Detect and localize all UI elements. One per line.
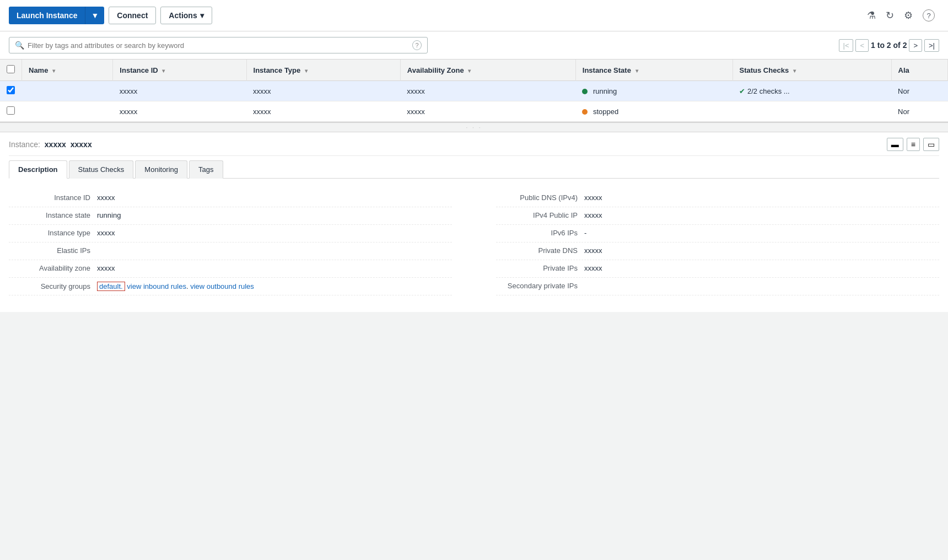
row-instance-id-1: xxxxx (113, 101, 246, 122)
detail-panel: Instance: xxxxx xxxxx ▬ ≡ ▭ Description … (0, 132, 948, 312)
gear-icon[interactable]: ⚙ (904, 9, 913, 21)
view-icons: ▬ ≡ ▭ (887, 138, 939, 151)
connect-button[interactable]: Connect (109, 7, 156, 24)
toolbar-icons: ⚗ ↻ ⚙ ? (867, 9, 935, 21)
col-header-name[interactable]: Name ▾ (22, 60, 113, 81)
search-help-icon[interactable]: ? (412, 40, 422, 50)
desc-row-ipv6: IPv6 IPs - (496, 225, 939, 243)
desc-row-instance-type: Instance type xxxxx (9, 225, 452, 243)
search-input-wrap: 🔍 ? (9, 37, 428, 53)
beaker-icon[interactable]: ⚗ (867, 9, 876, 21)
view-split-bottom-button[interactable]: ▬ (887, 138, 903, 151)
col-header-instance-id[interactable]: Instance ID ▾ (113, 60, 246, 81)
toolbar: Launch Instance ▼ Connect Actions ▾ ⚗ ↻ … (0, 0, 948, 31)
desc-value-ipv6: - (584, 229, 586, 237)
table-header-row: Name ▾ Instance ID ▾ Instance Type ▾ Ava… (0, 60, 948, 81)
launch-instance-dropdown[interactable]: ▼ (85, 7, 104, 24)
row-status-checks-0: ✔2/2 checks ... (732, 81, 891, 101)
resizer-bar[interactable]: · · · (0, 122, 948, 132)
desc-value-instance-state: running (97, 211, 121, 219)
desc-value-private-ips: xxxxx (584, 264, 602, 272)
tab-content-description: Instance ID xxxxx Instance state running… (9, 179, 939, 301)
row-status-checks-1 (732, 101, 891, 122)
instance-type-sort-icon: ▾ (305, 68, 308, 74)
desc-label-ipv6: IPv6 IPs (496, 229, 584, 237)
instance-header-left: Instance: xxxxx xxxxx (9, 140, 92, 149)
actions-arrow-icon: ▾ (200, 11, 204, 20)
desc-value-private-dns: xxxxx (584, 246, 602, 255)
detail-tabs: Description Status Checks Monitoring Tag… (9, 160, 939, 179)
table-row[interactable]: xxxxx xxxxx xxxxx running ✔2/2 checks ..… (0, 81, 948, 101)
pagination-prev-button[interactable]: < (855, 39, 869, 52)
desc-label-az: Availability zone (9, 264, 97, 272)
desc-label-private-dns: Private DNS (496, 246, 584, 255)
desc-value-ipv4-public: xxxxx (584, 211, 602, 219)
col-header-instance-type[interactable]: Instance Type ▾ (246, 60, 400, 81)
col-header-status-checks[interactable]: Status Checks ▾ (732, 60, 891, 81)
tab-status-checks[interactable]: Status Checks (69, 160, 134, 179)
desc-row-ipv4-public: IPv4 Public IP xxxxx (496, 207, 939, 225)
pagination: |< < 1 to 2 of 2 > >| (839, 39, 939, 52)
view-inbound-rules-link[interactable]: view inbound rules (127, 282, 186, 290)
view-outbound-rules-link[interactable]: view outbound rules (190, 282, 254, 290)
pagination-first-button[interactable]: |< (839, 39, 854, 52)
desc-label-public-dns: Public DNS (IPv4) (496, 193, 584, 202)
instance-name-header: xxxxx (71, 140, 92, 149)
row-name-1 (22, 101, 113, 122)
help-icon[interactable]: ? (923, 9, 935, 21)
view-full-button[interactable]: ▭ (923, 138, 939, 151)
search-input[interactable] (28, 41, 409, 50)
row-checkbox-1[interactable] (7, 106, 15, 115)
desc-value-public-dns: xxxxx (584, 193, 602, 202)
desc-row-private-ips: Private IPs xxxxx (496, 260, 939, 278)
actions-button[interactable]: Actions ▾ (160, 7, 212, 24)
instance-state-sort-icon: ▾ (635, 68, 638, 74)
row-checkbox-cell (0, 81, 22, 101)
row-az-0: xxxxx (400, 81, 575, 101)
security-group-default-link[interactable]: default. (97, 282, 125, 291)
instance-header: Instance: xxxxx xxxxx ▬ ≡ ▭ (9, 132, 939, 156)
row-instance-id-0: xxxxx (113, 81, 246, 101)
desc-value-instance-type: xxxxx (97, 229, 115, 237)
name-sort-icon: ▾ (52, 68, 55, 74)
instance-id-sort-icon: ▾ (162, 68, 165, 74)
launch-instance-group: Launch Instance ▼ (9, 7, 104, 24)
status-sort-icon: ▾ (793, 68, 796, 74)
launch-instance-button[interactable]: Launch Instance (9, 7, 85, 24)
row-checkbox-0[interactable] (7, 86, 15, 94)
col-header-az[interactable]: Availability Zone ▾ (400, 60, 575, 81)
desc-label-secondary-private-ips: Secondary private IPs (496, 282, 584, 290)
view-split-right-button[interactable]: ≡ (907, 138, 920, 151)
desc-label-security-groups: Security groups (9, 282, 97, 290)
desc-label-private-ips: Private IPs (496, 264, 584, 272)
instances-table-wrap: Name ▾ Instance ID ▾ Instance Type ▾ Ava… (0, 60, 948, 122)
pagination-next-button[interactable]: > (909, 39, 922, 52)
desc-row-elastic-ips: Elastic IPs (9, 243, 452, 260)
table-body: xxxxx xxxxx xxxxx running ✔2/2 checks ..… (0, 81, 948, 122)
tab-description[interactable]: Description (9, 160, 67, 179)
row-name-0 (22, 81, 113, 101)
col-header-instance-state[interactable]: Instance State ▾ (575, 60, 732, 81)
instance-id-header: xxxxx (45, 140, 66, 149)
select-all-header (0, 60, 22, 81)
actions-label: Actions (169, 11, 197, 20)
row-instance-type-1: xxxxx (246, 101, 400, 122)
state-dot-0 (582, 89, 588, 94)
pagination-text: 1 to 2 of 2 (871, 41, 907, 50)
desc-row-security-groups: Security groups default. view inbound ru… (9, 278, 452, 295)
row-instance-type-0: xxxxx (246, 81, 400, 101)
search-bar: 🔍 ? |< < 1 to 2 of 2 > >| (0, 31, 948, 60)
desc-label-elastic-ips: Elastic IPs (9, 246, 97, 255)
tab-monitoring[interactable]: Monitoring (135, 160, 187, 179)
state-dot-1 (582, 109, 588, 115)
refresh-icon[interactable]: ↻ (886, 9, 894, 21)
desc-row-instance-state: Instance state running (9, 207, 452, 225)
select-all-checkbox[interactable] (7, 65, 15, 73)
status-check-icon: ✔ (739, 87, 745, 95)
instances-table: Name ▾ Instance ID ▾ Instance Type ▾ Ava… (0, 60, 948, 122)
pagination-last-button[interactable]: >| (924, 39, 939, 52)
tab-tags[interactable]: Tags (189, 160, 223, 179)
table-row[interactable]: xxxxx xxxxx xxxxx stopped Nor (0, 101, 948, 122)
desc-value-az: xxxxx (97, 264, 115, 272)
desc-row-secondary-private-ips: Secondary private IPs (496, 278, 939, 295)
